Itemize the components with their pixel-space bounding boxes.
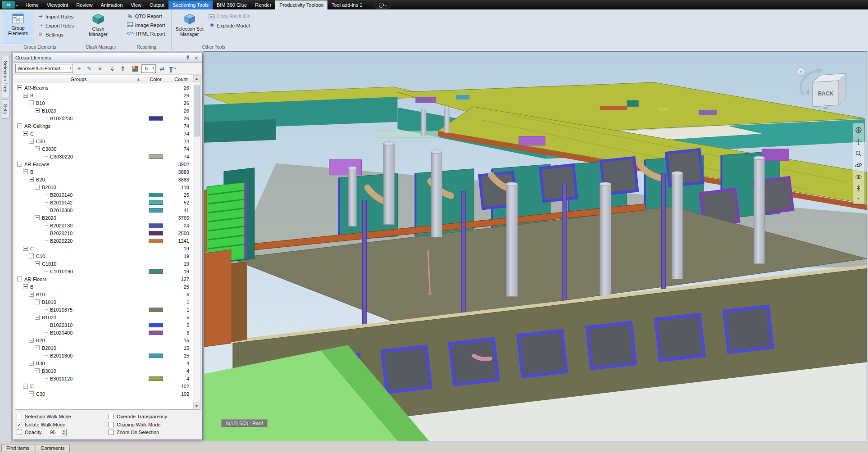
qto-report-button[interactable]: %QTO Report: [125, 13, 168, 20]
tab-render[interactable]: Render: [251, 0, 275, 9]
collapse-expander-icon[interactable]: −: [23, 169, 28, 174]
tree-row-b20[interactable]: −B2015: [15, 336, 193, 344]
tree-row-b1020400[interactable]: B10204003: [15, 329, 193, 336]
collapse-expander-icon[interactable]: −: [23, 284, 28, 289]
titlebar-utility[interactable]: ⋯ ▾: [373, 2, 391, 9]
color-swatch[interactable]: [149, 154, 163, 159]
color-swatch[interactable]: [149, 116, 163, 121]
collapse-expander-icon[interactable]: −: [35, 146, 40, 151]
app-logo-icon[interactable]: N: [2, 1, 15, 9]
collapse-expander-icon[interactable]: −: [23, 93, 28, 98]
collapse-expander-icon[interactable]: −: [23, 131, 28, 136]
collapse-expander-icon[interactable]: −: [29, 391, 34, 396]
tab-output[interactable]: Output: [145, 0, 168, 9]
collapse-expander-icon[interactable]: −: [29, 361, 34, 366]
comments-tab[interactable]: Comments: [36, 444, 69, 452]
collapse-expander-icon[interactable]: −: [29, 254, 34, 258]
info-center-icon[interactable]: ⋯: [379, 3, 384, 8]
collapse-expander-icon[interactable]: −: [35, 345, 40, 350]
zoom-on-selection-checkbox[interactable]: [109, 430, 114, 435]
tree-row-ar-ceilings[interactable]: −AR-Ceilings74: [15, 122, 193, 130]
collapse-expander-icon[interactable]: −: [29, 292, 34, 297]
group-elements-button[interactable]: Group Elements: [3, 11, 33, 44]
color-swatch[interactable]: [149, 208, 163, 213]
spin-up-icon[interactable]: ▲: [61, 429, 66, 433]
tree-scrollbar[interactable]: ▲ ▼: [193, 75, 200, 409]
clipping-walk-checkbox[interactable]: [109, 422, 114, 427]
tree-row-c10[interactable]: −C1019: [15, 252, 193, 260]
tree-row-ar-floors[interactable]: −AR-Floors127: [15, 275, 193, 283]
collapse-expander-icon[interactable]: −: [29, 177, 34, 182]
model-viewport[interactable]: BACK ⌂ ▾ A(12)-5(3) : Roof: [204, 51, 867, 441]
pin-icon[interactable]: [184, 54, 191, 61]
collapse-expander-icon[interactable]: −: [35, 215, 40, 220]
tree-row-c[interactable]: −C102: [15, 382, 193, 390]
tree-row-c30[interactable]: −C3074: [15, 137, 193, 145]
tree-row-b10[interactable]: −B106: [15, 290, 193, 298]
tree-row-c3030220[interactable]: C303022074: [15, 153, 193, 160]
tab-review[interactable]: Review: [72, 0, 96, 9]
opacity-option[interactable]: Opacity 95 ▲▼: [17, 428, 107, 436]
tree-row-b[interactable]: −B25: [15, 283, 193, 290]
scrollbar-track[interactable]: [193, 82, 200, 403]
color-swatch[interactable]: [149, 231, 163, 236]
color-swatch[interactable]: [149, 193, 163, 197]
viewcube-rotate-down-arrow[interactable]: [823, 107, 828, 110]
tree-row-b2020[interactable]: −B20203765: [15, 214, 193, 222]
isolate-walk-checkbox[interactable]: [17, 422, 22, 427]
collapse-expander-icon[interactable]: −: [35, 261, 40, 266]
image-report-button[interactable]: Image Report: [125, 21, 168, 29]
tab-animation[interactable]: Animation: [96, 0, 127, 9]
collapse-expander-icon[interactable]: −: [35, 299, 40, 304]
collapse-expander-icon[interactable]: −: [23, 246, 28, 251]
spin-down-icon[interactable]: ▼: [61, 432, 66, 436]
tree-row-b2010142[interactable]: B201014252: [15, 199, 193, 206]
zoom-on-selection-option[interactable]: Zoom On Selection: [109, 428, 199, 436]
level-select[interactable]: 5 ▾: [141, 64, 156, 73]
color-swatch[interactable]: [149, 223, 163, 228]
tree-row-ar-beams[interactable]: −AR-Beams26: [15, 84, 193, 91]
clipping-walk-mode-option[interactable]: Clipping Walk Mode: [109, 421, 199, 429]
color-swatch[interactable]: [149, 269, 163, 274]
html-report-button[interactable]: </>HTML Report: [125, 30, 168, 37]
color-swatch[interactable]: [149, 308, 163, 312]
column-header-groups[interactable]: Groups ▲: [15, 75, 142, 83]
shuffle-colors-button[interactable]: ⇄: [158, 64, 166, 73]
collapse-expander-icon[interactable]: −: [17, 276, 22, 281]
collapse-expander-icon[interactable]: −: [29, 100, 34, 105]
tree-row-c[interactable]: −C19: [15, 245, 193, 252]
export-rules-button[interactable]: ⇒Export Rules: [35, 22, 77, 29]
tree-row-b3010120[interactable]: B30101204: [15, 375, 193, 382]
tree-row-b1020310[interactable]: B10203102: [15, 321, 193, 329]
color-palette-button[interactable]: [131, 64, 140, 73]
tree-row-b3010[interactable]: −B30104: [15, 367, 193, 375]
tree-row-ar-facade[interactable]: −AR-Facade3902: [15, 160, 193, 168]
tree-row-b2020210[interactable]: B20202102500: [15, 229, 193, 237]
tree-row-b1010[interactable]: −B10101: [15, 298, 193, 306]
tree-row-c1010190[interactable]: C101019019: [15, 267, 193, 275]
tree-row-b10[interactable]: −B1026: [15, 99, 193, 107]
selection-walk-mode-option[interactable]: Selection Walk Mode: [17, 412, 107, 421]
collapse-expander-icon[interactable]: −: [35, 315, 40, 320]
collapse-expander-icon[interactable]: −: [17, 123, 22, 128]
tree-row-b1020[interactable]: −B10205: [15, 313, 193, 321]
delete-group-button[interactable]: ×: [95, 64, 104, 73]
tab-tool-add-ins-1[interactable]: Tool add-ins 1: [327, 0, 367, 9]
steering-wheel-icon[interactable]: [855, 127, 862, 134]
tree-row-b2010[interactable]: −B201015: [15, 344, 193, 352]
tree-row-b1020230[interactable]: B102023026: [15, 114, 193, 122]
column-header-color[interactable]: Color: [142, 75, 169, 83]
tree-row-b2020130[interactable]: B202013024: [15, 222, 193, 229]
color-swatch[interactable]: [149, 353, 163, 358]
tree-row-b2010140[interactable]: B201014025: [15, 191, 193, 199]
collapse-expander-icon[interactable]: −: [35, 185, 40, 190]
tree-row-b20[interactable]: −B203883: [15, 176, 193, 183]
opacity-spinner[interactable]: 95 ▲▼: [48, 429, 67, 436]
expand-all-button[interactable]: ⇓: [108, 64, 117, 73]
tree-row-b1020[interactable]: −B102026: [15, 107, 193, 114]
color-swatch[interactable]: [149, 331, 163, 335]
scroll-up-icon[interactable]: ▲: [193, 75, 200, 82]
collapse-expander-icon[interactable]: −: [35, 368, 40, 373]
color-swatch[interactable]: [149, 376, 163, 381]
utility-dropdown-icon[interactable]: ▾: [385, 4, 386, 7]
